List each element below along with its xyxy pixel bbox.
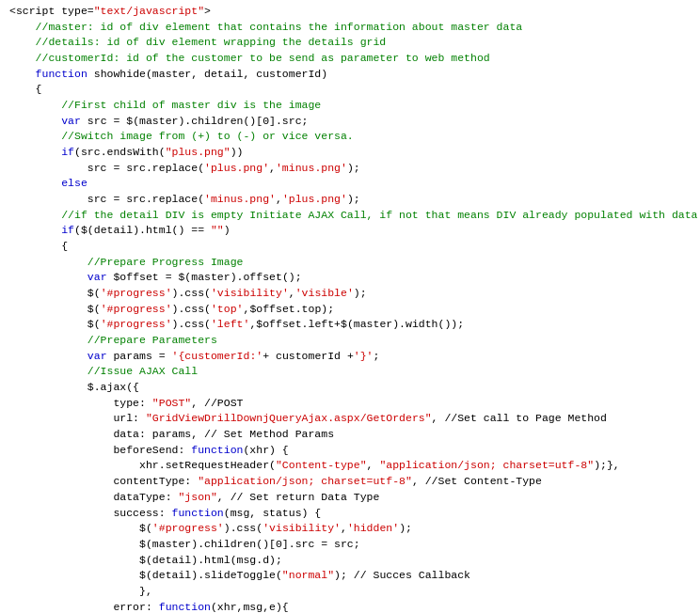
code-line: src = src.replace('minus.png','plus.png'… bbox=[8, 192, 700, 208]
code-line: //Issue AJAX Call bbox=[8, 364, 700, 380]
code-line: var $offset = $(master).offset(); bbox=[8, 270, 700, 286]
code-line: var src = $(master).children()[0].src; bbox=[8, 114, 700, 130]
code-editor: <script type="text/javascript"> //master… bbox=[0, 0, 700, 613]
code-line: url: "GridViewDrillDownjQueryAjax.aspx/G… bbox=[8, 411, 700, 427]
code-line: //if the detail DIV is empty Initiate AJ… bbox=[8, 208, 700, 224]
code-line: else bbox=[8, 176, 700, 192]
code-line: //Prepare Parameters bbox=[8, 333, 700, 349]
code-line: xhr.setRequestHeader("Content-type", "ap… bbox=[8, 458, 700, 474]
code-line: //Switch image from (+) to (-) or vice v… bbox=[8, 129, 700, 145]
code-line: success: function(msg, status) { bbox=[8, 506, 700, 522]
code-line: error: function(xhr,msg,e){ bbox=[8, 600, 700, 613]
code-line: beforeSend: function(xhr) { bbox=[8, 443, 700, 459]
code-line: if($(detail).html() == "") bbox=[8, 223, 700, 239]
code-line: $(master).children()[0].src = src; bbox=[8, 537, 700, 553]
code-line: //master: id of div element that contain… bbox=[8, 20, 700, 36]
code-line: $('#progress').css('top',$offset.top); bbox=[8, 302, 700, 318]
code-line: //details: id of div element wrapping th… bbox=[8, 35, 700, 51]
code-line: //Prepare Progress Image bbox=[8, 255, 700, 271]
code-line: { bbox=[8, 239, 700, 255]
code-line: function showhide(master, detail, custom… bbox=[8, 67, 700, 83]
code-line: src = src.replace('plus.png','minus.png'… bbox=[8, 161, 700, 177]
code-line: <script type="text/javascript"> bbox=[8, 4, 700, 20]
code-line: $.ajax({ bbox=[8, 380, 700, 396]
code-line: $('#progress').css('left',$offset.left+$… bbox=[8, 317, 700, 333]
code-line: dataType: "json", // Set return Data Typ… bbox=[8, 490, 700, 506]
code-line: }, bbox=[8, 584, 700, 600]
code-line: $(detail).html(msg.d); bbox=[8, 553, 700, 569]
code-line: $('#progress').css('visibility','hidden'… bbox=[8, 521, 700, 537]
code-line: var params = '{customerId:'+ customerId … bbox=[8, 349, 700, 365]
code-line: $(detail).slideToggle("normal"); // Succ… bbox=[8, 568, 700, 584]
code-block: <script type="text/javascript"> //master… bbox=[8, 4, 700, 613]
code-line: type: "POST", //POST bbox=[8, 396, 700, 412]
code-line: data: params, // Set Method Params bbox=[8, 427, 700, 443]
code-line: if(src.endsWith("plus.png")) bbox=[8, 145, 700, 161]
code-line: { bbox=[8, 82, 700, 98]
code-line: //customerId: id of the customer to be s… bbox=[8, 51, 700, 67]
code-line: //First child of master div is the image bbox=[8, 98, 700, 114]
code-line: contentType: "application/json; charset=… bbox=[8, 474, 700, 490]
code-line: $('#progress').css('visibility','visible… bbox=[8, 286, 700, 302]
